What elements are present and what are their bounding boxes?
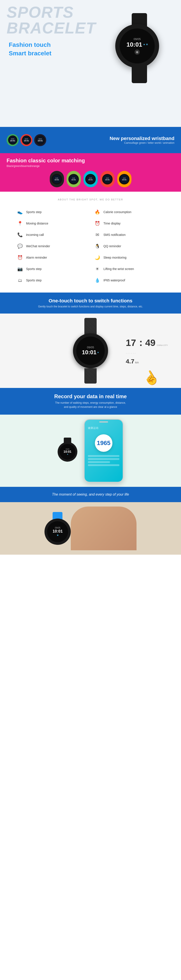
phone-screen: 健康运动 1965	[85, 420, 123, 482]
demo-watch-outer: 09/05 10:01 ★	[73, 333, 108, 368]
phone-app-list	[88, 455, 119, 467]
wristband-title: New personalized wristband	[110, 136, 175, 142]
call-icon: 📞	[16, 231, 24, 238]
feature-text-14: IP65 waterproof	[103, 278, 125, 282]
color-watch-body-2: 01/05 10:01	[67, 171, 81, 187]
mini-watch-screen-2: 09/05 10:01	[23, 136, 30, 144]
feature-text-6: SMS notification	[103, 233, 126, 237]
feature-time: ⏰ Time display	[91, 218, 168, 229]
hero-title: SPORTS BRACELET	[6, 5, 96, 36]
feature-sms: ✉ SMS notification	[91, 229, 168, 240]
watch-bt: ★ ❋	[143, 43, 148, 46]
demo-watch-time-row: 10:01 ★	[82, 349, 99, 356]
mini-watch-inner-3: 09/05 10:01	[36, 135, 45, 145]
feature-distance: 📍 Moving distance	[13, 218, 91, 229]
app-list-row-3	[88, 461, 110, 463]
color-watch-body-4: 01/05 10:01	[100, 171, 115, 187]
feature-sports-step-3: 🗂 Sports step	[13, 275, 91, 286]
color-watches: 01/05 10:01 01/05 10:01	[6, 171, 175, 187]
feature-call: 📞 incoming call	[13, 229, 91, 240]
app-section: 09/05 10:01 ★ 健康运动 1965	[0, 415, 181, 487]
watch-strap-bottom	[132, 66, 147, 83]
app-list-row-4	[88, 464, 119, 466]
feature-sports-step-1: 👟 Sports step	[13, 206, 91, 218]
color-watch-screen-5: 01/05 10:01	[120, 175, 128, 183]
feature-text-2: Calorie consumption	[103, 210, 131, 214]
color-watch-black: 01/05 10:01	[50, 171, 64, 187]
color-watch-screen-3: 01/05 10:01	[86, 175, 95, 183]
demo-watch-screen: 09/05 10:01 ★	[76, 337, 105, 365]
demo-time-label: CHINA CITY	[157, 344, 168, 346]
bottom-watch: 09/05 10:01 ★	[45, 512, 71, 545]
watch-time: 10:01	[127, 41, 142, 48]
demo-distance: 4.7	[126, 358, 135, 365]
features-label: ABOUT THE BRIGHT SPOT, WE DO BETTER	[13, 198, 168, 201]
small-watch-face: 09/05 10:01 ★	[58, 442, 77, 462]
color-watch-face-4: 01/05 10:01	[102, 174, 113, 185]
mini-watch-anim: 09/05 10:01	[34, 134, 46, 146]
color-watch-face-1: 01/05 10:01	[51, 174, 62, 185]
mini-watch-screen-3: 09/05 10:01	[37, 136, 44, 144]
feature-sleep: 🌙 Sleep monitoring	[91, 252, 168, 263]
hero-subtitle: Fashion touch Smart bracelet	[9, 40, 51, 57]
small-watch-inner: 09/05 10:01 ★	[59, 444, 75, 460]
feature-text-10: Sleep monitoring	[103, 256, 127, 259]
sports-step-icon-2: 📷	[16, 266, 24, 272]
mini-watch-inner-2: 09/05 10:01	[22, 135, 31, 145]
demo-stats: 17：49 CHINA CITY ...... 4.7 km	[126, 337, 168, 365]
footer-section: The moment of seeing, and every step of …	[0, 487, 181, 502]
phone-app-circle: 1965	[95, 434, 112, 452]
feature-text-12: Lifting the wrist screen	[103, 267, 134, 270]
record-section: Record your data in real time The number…	[0, 388, 181, 415]
feature-text-5: incoming call	[26, 233, 44, 237]
feature-waterproof: 💧 IP65 waterproof	[91, 275, 168, 286]
pointing-hand-icon: ☝	[140, 367, 162, 388]
small-watch-container: 09/05 10:01 ★	[58, 438, 77, 464]
color-watch-screen-1: 01/05 10:01	[53, 175, 61, 183]
feature-text-9: Alarm reminder	[26, 256, 47, 259]
feature-text-1: Sports step	[26, 210, 42, 214]
wristband-subtitle: Camouflage green / letter world / animat…	[110, 142, 175, 145]
demo-watch-date: 09/05	[87, 346, 94, 349]
watch-screen: 09/05 10:01 ★ ❋ ⊕	[120, 29, 155, 64]
color-watch-body-5: 01/05 10:01	[117, 171, 131, 187]
feature-text-4: Time display	[103, 222, 120, 225]
demo-dots: ......	[126, 350, 168, 355]
demo-watch-strap-bottom	[84, 368, 97, 383]
demo-distance-row: 4.7 km	[126, 356, 168, 365]
record-subtitle: The number of walking steps, energy cons…	[9, 401, 172, 409]
color-watch-screen-2: 01/05 10:01	[69, 175, 78, 183]
color-watch-body-3: 01/05 10:01	[83, 171, 98, 187]
color-watch-blue: 01/05 10:01	[83, 171, 98, 187]
bottom-section: 09/05 10:01 ★	[0, 502, 181, 555]
small-watch-time: 10:01	[64, 450, 71, 453]
wristband-section: 09/05 10:01 09/05 10:01 09/05 10:01	[0, 127, 181, 153]
color-watch-body-1: 01/05 10:01	[50, 171, 64, 187]
color-watch-screen-4: 01/05 10:01	[103, 175, 112, 183]
feature-wechat: 💬 WeChat reminder	[13, 240, 91, 252]
features-section: ABOUT THE BRIGHT SPOT, WE DO BETTER 👟 Sp…	[0, 192, 181, 293]
features-grid: 👟 Sports step 🔥 Calorie consumption 📍 Mo…	[13, 206, 168, 286]
feature-text-13: Sports step	[26, 278, 42, 282]
switch-title: One-touch touch to switch functions	[9, 298, 172, 304]
wristband-text: New personalized wristband Camouflage gr…	[110, 136, 175, 145]
distance-icon: 📍	[16, 220, 24, 227]
phone-app-title: 健康运动	[88, 426, 98, 430]
hero-section: SPORTS BRACELET Fashion touch Smart brac…	[0, 0, 181, 127]
feature-qq: 🐧 QQ reminder	[91, 240, 168, 252]
demo-watch-container: 09/05 10:01 ★	[69, 318, 112, 383]
footer-text: The moment of seeing, and every step of …	[52, 493, 129, 496]
demo-distance-unit: km	[135, 361, 139, 364]
calorie-icon: 🔥	[94, 208, 101, 216]
color-title: Fashion classic color matching	[6, 158, 175, 164]
phone-speaker	[99, 422, 108, 423]
demo-watch-bt: ★	[97, 351, 99, 353]
mini-watch-letter: 09/05 10:01	[20, 134, 32, 146]
wristband-watches: 09/05 10:01 09/05 10:01 09/05 10:01	[6, 134, 46, 146]
mini-watch-camo: 09/05 10:01	[6, 134, 19, 146]
bottom-watch-face: 09/05 10:01 ★	[45, 519, 71, 545]
color-watch-face-3: 01/05 10:01	[85, 174, 96, 185]
demo-watch-strap-top	[84, 318, 97, 334]
sms-icon: ✉	[94, 231, 101, 238]
watch-face-outer: 09/05 10:01 ★ ❋ ⊕	[115, 24, 159, 68]
